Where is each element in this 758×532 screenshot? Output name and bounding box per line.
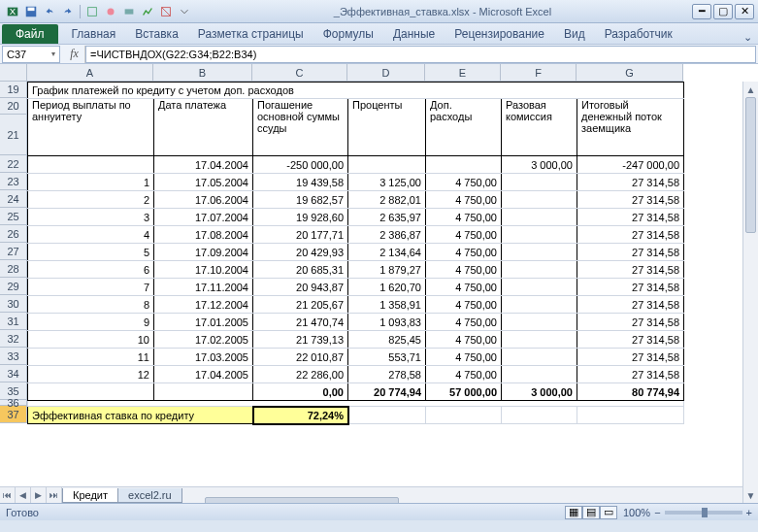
cell-period[interactable]: 1 xyxy=(28,174,154,191)
cell-extra[interactable]: 4 750,00 xyxy=(426,279,502,296)
scroll-thumb-h[interactable] xyxy=(205,497,399,503)
tab-home[interactable]: Главная xyxy=(62,24,126,44)
col-header-G[interactable]: G xyxy=(577,64,683,82)
qat-customize-icon[interactable] xyxy=(176,3,193,20)
cell-period[interactable]: 5 xyxy=(28,244,154,261)
col-header-E[interactable]: E xyxy=(425,64,501,82)
total-d[interactable]: 20 774,94 xyxy=(348,383,426,401)
tab-insert[interactable]: Вставка xyxy=(125,24,188,44)
cell-interest[interactable]: 2 386,87 xyxy=(348,226,426,244)
tab-page-layout[interactable]: Разметка страницы xyxy=(188,24,313,44)
zoom-slider[interactable] xyxy=(665,511,742,515)
qat-cmd-3-icon[interactable] xyxy=(120,3,138,20)
cell-fee[interactable] xyxy=(502,191,577,209)
excel-icon[interactable]: X xyxy=(4,3,21,20)
tab-first-icon[interactable]: ⏮ xyxy=(0,487,16,503)
header-colB[interactable]: Дата платежа xyxy=(154,99,253,156)
view-normal-icon[interactable]: ▦ xyxy=(565,506,582,519)
sheet-tab-active[interactable]: Кредит xyxy=(62,488,118,503)
cell-period[interactable]: 6 xyxy=(28,261,154,279)
row-header-27[interactable]: 27 xyxy=(0,243,27,260)
result-label[interactable]: Эффективная ставка по кредиту xyxy=(28,407,253,424)
cell-principal[interactable]: 19 928,60 xyxy=(253,209,348,226)
header-colE[interactable]: Доп. расходы xyxy=(426,99,502,156)
total-g[interactable]: 80 774,94 xyxy=(577,383,684,401)
scroll-thumb-v[interactable] xyxy=(745,97,756,233)
cell-date[interactable]: 17.10.2004 xyxy=(154,261,253,279)
row-header-31[interactable]: 31 xyxy=(0,313,27,330)
minimize-button[interactable]: ━ xyxy=(692,4,711,19)
cell[interactable] xyxy=(348,407,426,424)
cell-period[interactable]: 8 xyxy=(28,296,154,314)
cell-fee[interactable] xyxy=(502,349,577,366)
view-page-layout-icon[interactable]: ▤ xyxy=(582,506,600,519)
cell-fee[interactable] xyxy=(502,261,577,279)
cell-date[interactable]: 17.07.2004 xyxy=(154,209,253,226)
qat-cmd-1-icon[interactable] xyxy=(83,3,101,20)
tab-data[interactable]: Данные xyxy=(383,24,445,44)
cell-fee[interactable] xyxy=(502,314,577,331)
cell-total[interactable]: 27 314,58 xyxy=(577,226,684,244)
scroll-down-icon[interactable]: ▼ xyxy=(743,487,758,503)
cell-extra[interactable]: 4 750,00 xyxy=(426,296,502,314)
col-header-A[interactable]: A xyxy=(27,64,153,82)
qat-cmd-2-icon[interactable] xyxy=(102,3,119,20)
save-icon[interactable] xyxy=(22,3,40,20)
cell-fee[interactable]: 3 000,00 xyxy=(502,156,577,174)
cell-extra[interactable]: 4 750,00 xyxy=(426,366,502,383)
view-page-break-icon[interactable]: ▭ xyxy=(600,506,617,519)
select-all-corner[interactable] xyxy=(0,64,27,82)
cell-fee[interactable] xyxy=(502,279,577,296)
qat-cmd-5-icon[interactable] xyxy=(157,3,175,20)
cell-principal[interactable]: 21 739,13 xyxy=(253,331,348,349)
cell-interest[interactable]: 1 358,91 xyxy=(348,296,426,314)
cell-date[interactable]: 17.08.2004 xyxy=(154,226,253,244)
cell-fee[interactable] xyxy=(502,209,577,226)
total-f[interactable]: 3 000,00 xyxy=(502,383,577,401)
cell-fee[interactable] xyxy=(502,244,577,261)
cell-period[interactable]: 2 xyxy=(28,191,154,209)
cell-total[interactable]: 27 314,58 xyxy=(577,261,684,279)
cell-interest[interactable]: 825,45 xyxy=(348,331,426,349)
row-header-19[interactable]: 19 xyxy=(0,82,27,98)
cell-total[interactable]: 27 314,58 xyxy=(577,174,684,191)
cell-total[interactable]: 27 314,58 xyxy=(577,331,684,349)
total-b[interactable] xyxy=(154,383,253,401)
cell-period[interactable]: 10 xyxy=(28,331,154,349)
row-header-20[interactable]: 20 xyxy=(0,98,27,115)
result-value[interactable]: 72,24% xyxy=(253,407,348,424)
maximize-button[interactable]: ▢ xyxy=(713,4,733,19)
cell-interest[interactable]: 1 620,70 xyxy=(348,279,426,296)
row-header-28[interactable]: 28 xyxy=(0,260,27,278)
row-header-32[interactable]: 32 xyxy=(0,330,27,348)
col-header-B[interactable]: B xyxy=(153,64,252,82)
row-header-26[interactable]: 26 xyxy=(0,225,27,243)
qat-cmd-4-icon[interactable] xyxy=(139,3,156,20)
cell-period[interactable] xyxy=(28,156,154,174)
cell-extra[interactable]: 4 750,00 xyxy=(426,331,502,349)
row-header-30[interactable]: 30 xyxy=(0,295,27,313)
cell-extra[interactable]: 4 750,00 xyxy=(426,226,502,244)
close-button[interactable]: ✕ xyxy=(735,4,754,19)
row-header-23[interactable]: 23 xyxy=(0,173,27,190)
total-e[interactable]: 57 000,00 xyxy=(426,383,502,401)
row-header-34[interactable]: 34 xyxy=(0,365,27,382)
cell-interest[interactable]: 3 125,00 xyxy=(348,174,426,191)
total-c[interactable]: 0,00 xyxy=(253,383,348,401)
cell-principal[interactable]: 19 439,58 xyxy=(253,174,348,191)
cell-fee[interactable] xyxy=(502,174,577,191)
cell-date[interactable]: 17.02.2005 xyxy=(154,331,253,349)
row-header-37[interactable]: 37 xyxy=(0,406,27,423)
cell-principal[interactable]: 22 010,87 xyxy=(253,349,348,366)
tab-prev-icon[interactable]: ◀ xyxy=(16,487,31,503)
cell[interactable] xyxy=(577,407,684,424)
cell-date[interactable]: 17.06.2004 xyxy=(154,191,253,209)
tab-last-icon[interactable]: ⏭ xyxy=(47,487,62,503)
table-title[interactable]: График платежей по кредиту с учетом доп.… xyxy=(28,83,684,99)
row-header-21[interactable]: 21 xyxy=(0,115,27,155)
cell-period[interactable]: 4 xyxy=(28,226,154,244)
cell-fee[interactable] xyxy=(502,296,577,314)
cell-interest[interactable]: 278,58 xyxy=(348,366,426,383)
header-colG[interactable]: Итоговый денежный поток заемщика xyxy=(577,99,684,156)
cell-extra[interactable]: 4 750,00 xyxy=(426,314,502,331)
